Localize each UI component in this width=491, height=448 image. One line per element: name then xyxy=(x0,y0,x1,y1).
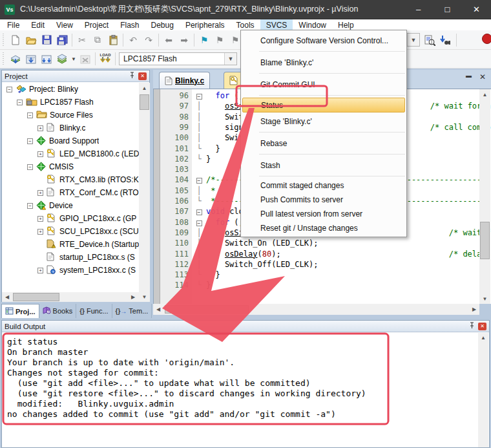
pin-icon[interactable] xyxy=(468,322,475,330)
cut-button[interactable]: ✂ xyxy=(74,32,90,48)
open-file-button[interactable] xyxy=(23,32,39,48)
collapse-icon[interactable]: − xyxy=(27,164,33,170)
scrollbar-thumb[interactable] xyxy=(140,94,149,110)
menu-edit[interactable]: Edit xyxy=(25,19,50,30)
menu-project[interactable]: Project xyxy=(79,19,114,30)
batch-build-dropdown[interactable]: ▼ xyxy=(70,51,78,67)
tree-item-cmsis[interactable]: −CMSIS xyxy=(3,160,139,173)
project-tree-hscrollbar[interactable]: ◀ ▶ ▼ xyxy=(2,292,150,302)
workspace-tab-func[interactable]: {}Func... xyxy=(76,304,112,318)
menu-view[interactable]: View xyxy=(50,19,79,30)
svcs-menu-item-pull-latest-version-from-server[interactable]: Pull latest version from server xyxy=(241,207,406,221)
save-button[interactable] xyxy=(39,32,54,48)
fold-collapse-icon[interactable]: − xyxy=(192,217,206,228)
code-line-113[interactable]: 113└ } xyxy=(154,270,491,281)
menu-help[interactable]: Help xyxy=(332,19,360,30)
save-all-button[interactable] xyxy=(54,32,70,48)
tree-item-lpc1857-flash[interactable]: −LPC1857 Flash xyxy=(3,96,139,109)
tree-item-blinky-c[interactable]: +Blinky.c xyxy=(3,122,139,134)
tree-item-gpio-lpc18xx-c-gp[interactable]: +GPIO_LPC18xx.c (GP xyxy=(3,212,139,225)
new-file-button[interactable] xyxy=(8,32,23,48)
find-in-files-icon[interactable] xyxy=(422,32,437,48)
project-tree-vscrollbar[interactable]: ▲ xyxy=(139,83,150,292)
svcs-menu-item-rebase[interactable]: Rebase xyxy=(241,134,406,152)
svcs-menu-item-stash[interactable]: Stash xyxy=(241,156,406,174)
tree-item-rtx-cm3-lib-rtos-k[interactable]: RTX_CM3.lib (RTOS:K xyxy=(3,173,139,186)
scroll-right-icon[interactable]: ▶ xyxy=(469,304,479,315)
undo-button[interactable]: ↶ xyxy=(125,32,141,48)
navigate-back-button[interactable]: ⬅ xyxy=(161,32,176,48)
target-select[interactable]: LPC1857 Flash ▼ xyxy=(119,52,237,65)
fold-collapse-icon[interactable]: − xyxy=(192,206,206,217)
debug-icon[interactable] xyxy=(482,34,491,44)
editor-close-icon[interactable]: ✕ xyxy=(479,72,486,81)
window-list-icon[interactable]: ▬ xyxy=(466,72,472,81)
tree-item-rtx-conf-cm-c-rto[interactable]: +RTX_Conf_CM.c (RTO xyxy=(3,186,139,199)
close-button[interactable]: ✕ xyxy=(462,0,491,19)
svcs-menu-item-push-commits-to-server[interactable]: Push Commits to server xyxy=(241,193,406,207)
project-panel-close-icon[interactable]: ✕ xyxy=(138,72,147,80)
fold-collapse-icon[interactable]: − xyxy=(192,175,206,185)
menu-window[interactable]: Window xyxy=(293,19,332,30)
editor-hscrollbar[interactable]: ◀ ▶ xyxy=(153,304,479,315)
menu-peripherals[interactable]: Peripherals xyxy=(180,19,231,30)
workspace-tab-proj[interactable]: Proj... xyxy=(1,304,39,318)
copy-button[interactable]: ⧉ xyxy=(90,32,105,48)
menu-flash[interactable]: Flash xyxy=(114,19,145,30)
svcs-menu-item-git-commit-gui[interactable]: Git Commit GUI xyxy=(241,76,406,93)
tree-item-project-blinky[interactable]: −Project: Blinky xyxy=(3,83,139,96)
stop-build-button[interactable] xyxy=(78,51,93,67)
tree-item-startup-lpc18xx-s-s[interactable]: startup_LPC18xx.s (S xyxy=(3,251,139,264)
collapse-icon[interactable]: − xyxy=(27,203,33,209)
toolbar-grip[interactable] xyxy=(2,52,5,65)
workspace-tab-tem[interactable]: {}→Tem... xyxy=(112,304,152,318)
build-output-vscrollbar[interactable]: ▲ xyxy=(478,333,488,447)
collapse-icon[interactable]: − xyxy=(6,87,12,92)
scroll-left-icon[interactable]: ◀ xyxy=(153,304,163,315)
navigate-forward-button[interactable]: ➡ xyxy=(176,32,192,48)
expand-icon[interactable]: + xyxy=(37,229,43,235)
find-combobox-dropdown[interactable]: ▼ xyxy=(407,34,419,46)
workspace-tab-books[interactable]: ?Books xyxy=(39,304,77,318)
bookmark-next-button[interactable]: ⚑ xyxy=(212,32,227,48)
menu-svcs[interactable]: SVCS xyxy=(260,19,293,30)
bookmark-toggle-button[interactable]: ⚑ xyxy=(196,32,212,48)
code-line-114[interactable]: 114└} xyxy=(154,280,491,291)
svcs-menu-item-stage-blinky-c[interactable]: Stage 'Blinky.c' xyxy=(241,112,406,130)
collapse-icon[interactable]: − xyxy=(27,138,33,144)
tree-item-scu-lpc18xx-c-scu[interactable]: +SCU_LPC18xx.c (SCU xyxy=(3,225,139,238)
tree-item-device[interactable]: −Device xyxy=(3,199,139,212)
expand-icon[interactable]: + xyxy=(37,151,43,157)
editor-vscrollbar[interactable]: ▲ ▼ xyxy=(479,89,490,304)
expand-icon[interactable]: + xyxy=(37,125,43,131)
scroll-up-icon[interactable]: ▲ xyxy=(478,333,488,343)
redo-button[interactable]: ↷ xyxy=(141,32,156,48)
build-button[interactable] xyxy=(23,51,39,67)
build-output-close-icon[interactable]: ✕ xyxy=(478,323,486,330)
scrollbar-thumb[interactable] xyxy=(13,293,59,301)
tree-item-led-mcb1800-c-led[interactable]: +LED_MCB1800.c (LED xyxy=(3,147,139,160)
collapse-icon[interactable]: − xyxy=(17,100,23,105)
scrollbar-thumb[interactable] xyxy=(480,222,490,259)
incremental-find-icon[interactable] xyxy=(437,32,452,48)
collapse-icon[interactable]: − xyxy=(27,112,33,118)
expand-icon[interactable]: + xyxy=(37,216,43,222)
svcs-menu-item-status[interactable]: Status xyxy=(242,98,405,112)
menu-file[interactable]: File xyxy=(1,19,25,30)
scroll-down-icon[interactable]: ▼ xyxy=(139,292,150,302)
code-line-112[interactable]: 112│ Switch_Off(LED_CLK); xyxy=(154,259,491,270)
batch-build-button[interactable] xyxy=(54,51,70,67)
expand-icon[interactable]: + xyxy=(37,268,43,273)
fold-collapse-icon[interactable]: − xyxy=(192,91,206,101)
scrollbar-thumb[interactable] xyxy=(165,305,249,314)
download-flash-button[interactable]: LOAD xyxy=(98,51,113,67)
menu-debug[interactable]: Debug xyxy=(145,19,180,30)
scroll-up-icon[interactable]: ▲ xyxy=(139,83,150,93)
expand-icon[interactable]: + xyxy=(37,190,43,196)
target-select-dropdown[interactable]: ▼ xyxy=(224,53,236,65)
svcs-menu-item-reset-git-unstage-changes[interactable]: Reset git / Unstage changes xyxy=(241,221,406,235)
minimize-button[interactable]: – xyxy=(404,0,433,19)
scroll-left-icon[interactable]: ◀ xyxy=(2,292,12,302)
code-line-111[interactable]: 111│ osDelay(80); /* delay 80 ms */ xyxy=(154,249,491,260)
menu-tools[interactable]: Tools xyxy=(231,19,260,30)
